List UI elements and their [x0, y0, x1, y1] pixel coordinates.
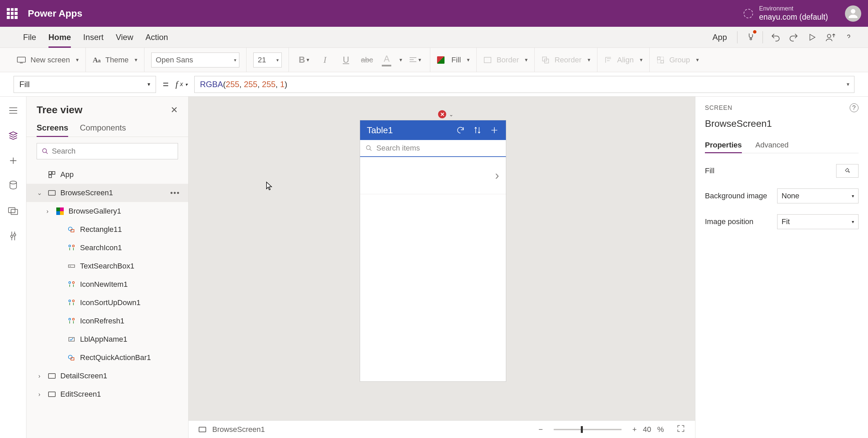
zoom-out-button[interactable]: −: [538, 425, 543, 434]
app-preview[interactable]: Table1 Search items ›: [360, 120, 506, 381]
menu-view[interactable]: View: [110, 27, 139, 47]
prop-bgimage-label: Background image: [705, 192, 767, 200]
help-icon[interactable]: ?: [850, 103, 859, 112]
group-button[interactable]: Group: [669, 56, 690, 64]
insert-icon[interactable]: [7, 155, 19, 166]
environment-value: enayu.com (default): [759, 12, 828, 22]
tree-node-detailscreen[interactable]: ›DetailScreen1: [26, 367, 188, 385]
data-icon[interactable]: [7, 180, 19, 192]
fill-button[interactable]: Fill: [451, 56, 461, 64]
error-icon: ✕: [438, 110, 446, 118]
prop-bgimage-select[interactable]: None▾: [777, 188, 859, 203]
border-button[interactable]: Border: [496, 56, 519, 64]
svg-point-9: [10, 181, 16, 184]
tree-view-icon[interactable]: [7, 130, 19, 141]
cursor-icon: [266, 181, 273, 193]
strikethrough-button[interactable]: abc: [359, 52, 375, 68]
tree-search-input[interactable]: [37, 143, 178, 159]
font-color-button[interactable]: A: [380, 54, 393, 66]
tree-node-iconsort[interactable]: IconSortUpDown1: [26, 294, 188, 312]
reorder-button[interactable]: Reorder: [554, 56, 581, 64]
fit-screen-button[interactable]: [677, 424, 685, 435]
more-icon[interactable]: •••: [170, 188, 180, 197]
environment-picker[interactable]: Environment enayu.com (default): [744, 5, 828, 22]
underline-button[interactable]: U: [338, 52, 354, 68]
redo-button[interactable]: [785, 27, 803, 47]
prop-imgpos-select[interactable]: Fit▾: [777, 214, 859, 229]
share-button[interactable]: [821, 27, 840, 47]
svg-rect-19: [71, 230, 74, 232]
new-screen-button[interactable]: New screen: [31, 56, 70, 64]
zoom-pct: %: [657, 425, 664, 434]
expand-formula-button[interactable]: ▾: [847, 81, 849, 87]
tree-node-iconnew[interactable]: IconNewItem1: [26, 275, 188, 294]
tools-icon[interactable]: [7, 230, 19, 242]
error-indicator[interactable]: ✕ ⌄: [438, 110, 453, 118]
svg-point-20: [69, 245, 71, 247]
tree-node-iconrefresh[interactable]: IconRefresh1: [26, 312, 188, 330]
app-launcher-icon[interactable]: [7, 8, 18, 19]
fx-button[interactable]: fx ▾: [176, 79, 188, 89]
zoom-value: 40: [643, 425, 651, 434]
media-icon[interactable]: [7, 205, 19, 217]
tree-node-app[interactable]: App: [26, 165, 188, 184]
menu-action[interactable]: Action: [139, 27, 174, 47]
italic-button[interactable]: I: [317, 52, 333, 68]
font-select[interactable]: Open Sans▾: [151, 53, 239, 67]
tree-node-lblappname[interactable]: LblAppName1: [26, 330, 188, 349]
zoom-in-button[interactable]: +: [632, 425, 637, 434]
help-button[interactable]: [840, 27, 858, 47]
screen-icon: [17, 57, 26, 63]
tab-properties[interactable]: Properties: [705, 137, 742, 153]
bold-button[interactable]: B▾: [296, 52, 312, 68]
menu-app[interactable]: App: [706, 33, 734, 42]
reorder-icon: [541, 56, 550, 64]
tab-screens[interactable]: Screens: [37, 119, 68, 137]
sort-icon[interactable]: [473, 125, 482, 135]
formula-bar: Fill▾ = fx ▾ RGBA(255, 255, 255, 1) ▾: [0, 72, 868, 97]
svg-point-1: [750, 38, 752, 40]
svg-point-24: [73, 282, 75, 284]
play-button[interactable]: [803, 27, 821, 47]
account-avatar[interactable]: [845, 5, 861, 22]
font-size-select[interactable]: 21▾: [253, 53, 282, 67]
preview-gallery-row[interactable]: ›: [360, 157, 506, 194]
svg-point-14: [43, 149, 47, 153]
zoom-slider[interactable]: [554, 429, 622, 430]
close-panel-button[interactable]: ✕: [171, 105, 178, 115]
tree-node-browsescreen[interactable]: ⌄BrowseScreen1•••: [26, 184, 188, 202]
prop-fill-swatch[interactable]: [836, 164, 859, 178]
tree-node-browsegallery[interactable]: ›BrowseGallery1: [26, 202, 188, 220]
text-align-button[interactable]: ▾: [407, 52, 423, 68]
menu-home[interactable]: Home: [42, 27, 77, 47]
menu-file[interactable]: File: [17, 27, 42, 47]
svg-point-23: [69, 282, 71, 284]
undo-button[interactable]: [766, 27, 785, 47]
tree-node-rectangle11[interactable]: Rectangle11: [26, 220, 188, 239]
tree-node-textsearchbox[interactable]: TextSearchBox1: [26, 257, 188, 275]
tab-components[interactable]: Components: [80, 119, 126, 137]
status-bar: BrowseScreen1 − + 40 %: [189, 420, 695, 438]
property-select[interactable]: Fill▾: [14, 76, 156, 93]
svg-rect-22: [68, 265, 75, 267]
tree-node-rectquick[interactable]: RectQuickActionBar1: [26, 349, 188, 367]
hamburger-icon[interactable]: [7, 105, 19, 116]
formula-input[interactable]: RGBA(255, 255, 255, 1) ▾: [194, 76, 854, 93]
environment-icon: [744, 9, 753, 18]
align-button[interactable]: Align: [617, 56, 634, 64]
environment-label: Environment: [759, 5, 828, 13]
svg-point-2: [827, 34, 831, 38]
preview-search[interactable]: Search items: [360, 140, 506, 157]
refresh-icon[interactable]: [456, 125, 465, 135]
left-rail: [0, 97, 26, 438]
app-checker-button[interactable]: [741, 27, 759, 47]
preview-appbar: Table1: [360, 120, 506, 140]
tree-node-searchicon[interactable]: SearchIcon1: [26, 239, 188, 257]
tree-node-editscreen[interactable]: ›EditScreen1: [26, 385, 188, 403]
canvas-area[interactable]: ✕ ⌄ Table1 Search items › BrowseScreen1: [189, 97, 695, 438]
add-icon[interactable]: [490, 125, 499, 135]
menu-insert[interactable]: Insert: [77, 27, 110, 47]
theme-button[interactable]: Theme: [105, 56, 129, 64]
svg-rect-8: [661, 60, 664, 63]
tab-advanced[interactable]: Advanced: [755, 137, 789, 153]
